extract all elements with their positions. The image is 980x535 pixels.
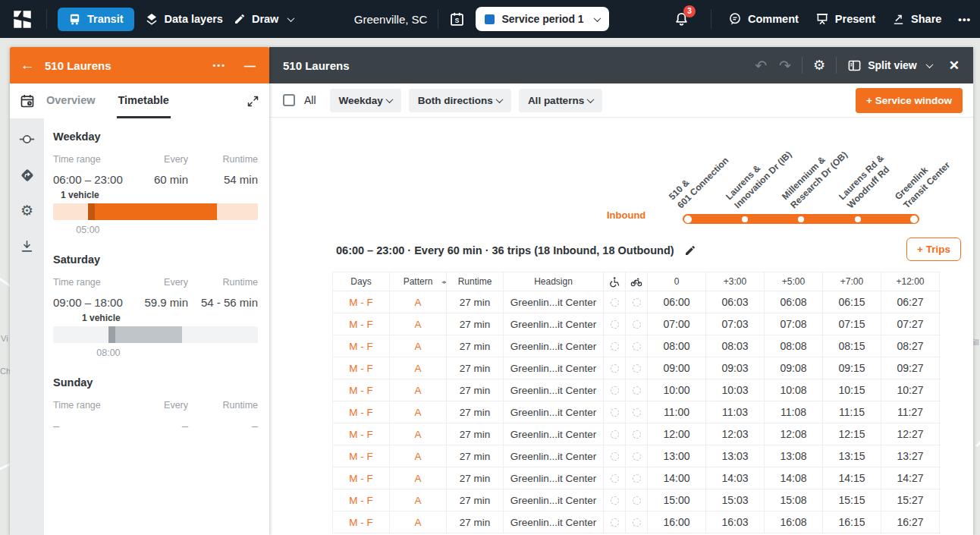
redo-icon[interactable]: ↷ bbox=[779, 58, 791, 73]
row-time-cell[interactable]: 06:27 bbox=[881, 291, 940, 313]
row-time-cell[interactable]: 08:00 bbox=[648, 335, 706, 357]
row-bike-status[interactable] bbox=[626, 401, 648, 423]
row-wheelchair-status[interactable] bbox=[604, 489, 626, 511]
col-offset-3[interactable]: +7:00 bbox=[823, 272, 881, 291]
row-wheelchair-status[interactable] bbox=[604, 423, 626, 445]
row-wheelchair-status[interactable] bbox=[604, 379, 626, 401]
present-button[interactable]: Present bbox=[815, 12, 875, 26]
row-time-cell[interactable]: 14:00 bbox=[648, 467, 706, 489]
navigate-icon[interactable] bbox=[19, 167, 35, 183]
patterns-filter-dropdown[interactable]: All patterns bbox=[519, 89, 602, 112]
row-time-cell[interactable]: 10:15 bbox=[823, 379, 881, 401]
row-time-cell[interactable]: 06:03 bbox=[706, 291, 765, 313]
notifications-button[interactable]: 3 bbox=[674, 10, 689, 29]
row-time-cell[interactable]: 10:00 bbox=[648, 379, 706, 401]
col-offset-2[interactable]: +5:00 bbox=[765, 272, 823, 291]
row-time-cell[interactable]: 07:15 bbox=[823, 313, 881, 335]
comment-button[interactable]: Comment bbox=[728, 12, 799, 26]
row-time-cell[interactable]: 13:00 bbox=[648, 445, 706, 467]
direction-filter-dropdown[interactable]: Both directions bbox=[409, 89, 511, 112]
row-wheelchair-status[interactable] bbox=[604, 401, 626, 423]
timetable-row[interactable]: M - FA27 minGreenlin...it Center08:0008:… bbox=[332, 335, 941, 357]
row-time-cell[interactable]: 08:03 bbox=[706, 335, 765, 357]
row-time-cell[interactable]: 15:00 bbox=[648, 489, 706, 511]
service-calendar-icon[interactable]: S bbox=[449, 11, 465, 27]
bike-icon[interactable] bbox=[626, 272, 648, 291]
row-time-cell[interactable]: 14:27 bbox=[881, 467, 940, 489]
timetable-row[interactable]: M - FA27 minGreenlin...it Center16:0016:… bbox=[332, 511, 941, 533]
row-bike-status[interactable] bbox=[626, 379, 648, 401]
row-time-cell[interactable]: 11:15 bbox=[823, 401, 881, 423]
more-options-button[interactable]: ••• bbox=[958, 14, 971, 25]
row-time-cell[interactable]: 16:27 bbox=[881, 511, 940, 533]
row-time-cell[interactable]: 13:03 bbox=[706, 445, 765, 467]
row-bike-status[interactable] bbox=[626, 313, 648, 335]
edit-pencil-icon[interactable] bbox=[684, 244, 696, 256]
timetable-row[interactable]: M - FA27 minGreenlin...it Center12:0012:… bbox=[332, 423, 941, 445]
row-wheelchair-status[interactable] bbox=[604, 291, 626, 313]
row-time-cell[interactable]: 09:03 bbox=[706, 357, 765, 379]
wheelchair-icon[interactable] bbox=[604, 272, 626, 291]
row-time-cell[interactable]: 12:00 bbox=[648, 423, 706, 445]
row-bike-status[interactable] bbox=[626, 357, 648, 379]
row-wheelchair-status[interactable] bbox=[604, 357, 626, 379]
row-time-cell[interactable]: 07:27 bbox=[881, 313, 940, 335]
stop-dot[interactable] bbox=[910, 216, 918, 223]
transit-button[interactable]: Transit bbox=[58, 8, 134, 31]
row-time-cell[interactable]: 13:08 bbox=[765, 445, 823, 467]
row-time-cell[interactable]: 10:27 bbox=[881, 379, 940, 401]
row-bike-status[interactable] bbox=[626, 445, 648, 467]
add-service-window-button[interactable]: + Service window bbox=[856, 88, 963, 113]
col-offset-0[interactable]: 0 bbox=[648, 272, 706, 291]
timetable-row[interactable]: M - FA27 minGreenlin...it Center13:0013:… bbox=[332, 445, 941, 467]
add-trips-button[interactable]: + Trips bbox=[906, 238, 961, 261]
timetable-row[interactable]: M - FA27 minGreenlin...it Center11:0011:… bbox=[332, 401, 941, 423]
row-wheelchair-status[interactable] bbox=[604, 445, 626, 467]
location-label[interactable]: Greenville, SC bbox=[354, 13, 428, 26]
row-time-cell[interactable]: 12:27 bbox=[881, 423, 940, 445]
col-offset-4[interactable]: +12:00 bbox=[881, 272, 940, 291]
row-time-cell[interactable]: 16:03 bbox=[706, 511, 765, 533]
row-time-cell[interactable]: 06:00 bbox=[648, 291, 706, 313]
expand-panel-icon[interactable] bbox=[247, 83, 259, 118]
row-time-cell[interactable]: 09:00 bbox=[648, 357, 706, 379]
row-time-cell[interactable]: 11:00 bbox=[648, 401, 706, 423]
col-days[interactable]: Days bbox=[333, 272, 390, 291]
row-wheelchair-status[interactable] bbox=[604, 335, 626, 357]
row-time-cell[interactable]: 06:08 bbox=[765, 291, 823, 313]
direction-label[interactable]: Inbound bbox=[607, 209, 645, 221]
row-time-cell[interactable]: 09:15 bbox=[823, 357, 881, 379]
col-offset-1[interactable]: +3:00 bbox=[706, 272, 765, 291]
stop-dot[interactable] bbox=[798, 216, 804, 222]
row-time-cell[interactable]: 12:15 bbox=[823, 423, 881, 445]
row-time-cell[interactable]: 15:15 bbox=[823, 489, 881, 511]
remix-logo-icon[interactable] bbox=[12, 9, 33, 30]
row-wheelchair-status[interactable] bbox=[604, 467, 626, 489]
split-view-button[interactable]: Split view bbox=[847, 58, 932, 73]
row-bike-status[interactable] bbox=[626, 511, 648, 533]
draw-button[interactable]: Draw bbox=[234, 13, 294, 25]
timetable-row[interactable]: M - FA27 minGreenlin...it Center09:0009:… bbox=[332, 357, 941, 379]
timetable-row[interactable]: M - FA27 minGreenlin...it Center15:0015:… bbox=[332, 489, 941, 511]
row-time-cell[interactable]: 12:08 bbox=[765, 423, 823, 445]
column-resize-icon[interactable]: ◂▸ bbox=[441, 279, 446, 285]
row-time-cell[interactable]: 07:03 bbox=[706, 313, 765, 335]
row-time-cell[interactable]: 06:15 bbox=[823, 291, 881, 313]
tab-overview[interactable]: Overview bbox=[45, 83, 97, 118]
col-pattern[interactable]: Pattern ◂▸ bbox=[390, 272, 447, 291]
row-bike-status[interactable] bbox=[626, 291, 648, 313]
row-time-cell[interactable]: 07:00 bbox=[648, 313, 706, 335]
gear-icon[interactable]: ⚙ bbox=[813, 58, 825, 72]
row-time-cell[interactable]: 16:15 bbox=[823, 511, 881, 533]
row-time-cell[interactable]: 14:03 bbox=[706, 467, 765, 489]
row-bike-status[interactable] bbox=[626, 423, 648, 445]
all-checkbox[interactable] bbox=[283, 94, 295, 106]
row-time-cell[interactable]: 15:27 bbox=[881, 489, 940, 511]
row-time-cell[interactable]: 10:03 bbox=[706, 379, 765, 401]
timetable-row[interactable]: M - FA27 minGreenlin...it Center07:0007:… bbox=[332, 313, 941, 335]
row-time-cell[interactable]: 08:08 bbox=[765, 335, 823, 357]
row-time-cell[interactable]: 11:03 bbox=[706, 401, 765, 423]
tab-timetable[interactable]: Timetable bbox=[117, 83, 171, 118]
row-time-cell[interactable]: 14:15 bbox=[823, 467, 881, 489]
col-runtime[interactable]: Runtime bbox=[447, 272, 504, 291]
